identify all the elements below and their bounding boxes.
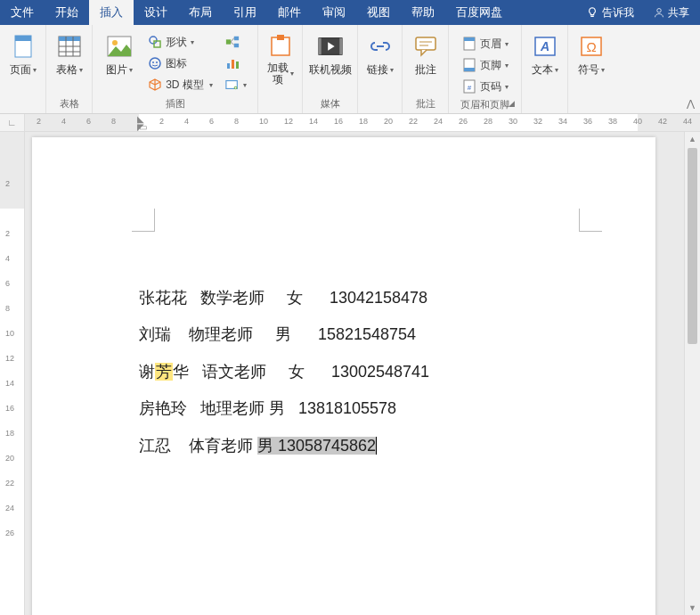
svg-rect-17 [234, 37, 239, 40]
screenshot-icon [225, 78, 240, 92]
group-text: A 文本▾ [522, 25, 568, 113]
group-pages: 页面▾ [0, 25, 46, 113]
picture-icon [107, 34, 132, 59]
doc-line[interactable]: 房艳玲 地理老师 男 13818105578 [139, 390, 575, 427]
svg-rect-16 [226, 39, 231, 44]
smartart-button[interactable] [222, 32, 250, 52]
textbox-button[interactable]: A 文本▾ [525, 29, 565, 78]
video-icon [318, 34, 343, 59]
tab-insert[interactable]: 插入 [89, 0, 134, 25]
workspace: 22468101214161820222426 张花花 数学老师 女 13042… [0, 132, 700, 615]
page[interactable]: 张花花 数学老师 女 13042158478刘瑞 物理老师 男 15821548… [32, 137, 655, 615]
chart-button[interactable] [222, 53, 250, 73]
picture-button[interactable]: 图片▾ [100, 29, 139, 78]
doc-line[interactable]: 江忍 体育老师 男 13058745862 [139, 428, 575, 464]
cover-page-button[interactable]: 页面▾ [4, 29, 43, 78]
tab-review[interactable]: 审阅 [312, 0, 356, 25]
scroll-up-button[interactable]: ▲ [685, 132, 700, 146]
table-button[interactable]: 表格▾ [50, 29, 89, 78]
svg-text:Ω: Ω [586, 39, 596, 54]
scroll-down-button[interactable]: ▼ [685, 601, 700, 615]
svg-rect-21 [227, 63, 230, 69]
tab-design[interactable]: 设计 [134, 0, 178, 25]
svg-rect-30 [318, 38, 321, 55]
svg-point-0 [657, 9, 662, 13]
group-illustrations: 图片▾ 形状▾ 图标 3D 模型▾ [93, 25, 258, 113]
group-tables: 表格▾ 表格 [46, 25, 93, 113]
tell-me-button[interactable]: 告诉我 [577, 0, 643, 25]
svg-rect-38 [464, 68, 475, 71]
ruler-vertical[interactable]: 22468101214161820222426 [0, 132, 25, 615]
header-footer-launcher[interactable]: ◢ [505, 97, 517, 110]
svg-rect-4 [59, 37, 80, 41]
omega-icon: Ω [579, 34, 604, 59]
3d-models-button[interactable]: 3D 模型▾ [144, 75, 216, 94]
ruler-horizontal-row: ∟ 86422468101214161820222426283032343638… [0, 114, 700, 132]
comment-icon [413, 34, 438, 59]
addins-button[interactable]: 加载 项▾ [261, 29, 300, 86]
lightbulb-icon [586, 6, 598, 19]
svg-rect-31 [339, 38, 342, 55]
icons-button[interactable]: 图标 [144, 53, 216, 73]
svg-line-20 [231, 42, 234, 45]
svg-point-13 [150, 58, 160, 69]
addin-icon [268, 34, 293, 59]
ruler-horizontal[interactable]: 8642246810121416182022242628303234363840… [25, 114, 700, 131]
footer-button[interactable]: 页脚▾ [459, 55, 512, 75]
group-addins: 加载 项▾ [258, 25, 303, 113]
svg-rect-18 [234, 44, 239, 47]
page-number-button[interactable]: # 页码▾ [459, 77, 512, 96]
share-button[interactable]: 共享 [643, 0, 700, 25]
symbol-button[interactable]: Ω 符号▾ [572, 29, 611, 78]
table-icon [57, 34, 82, 59]
svg-rect-2 [15, 36, 31, 41]
pagenum-icon: # [462, 79, 476, 94]
svg-text:A: A [539, 39, 549, 53]
doc-line[interactable]: 张花花 数学老师 女 13042158478 [139, 280, 575, 316]
document-canvas[interactable]: 张花花 数学老师 女 13042158478刘瑞 物理老师 男 15821548… [25, 132, 684, 615]
svg-point-14 [152, 62, 154, 63]
screenshot-button[interactable]: ▾ [222, 75, 250, 94]
indent-marker[interactable]: ▭ [139, 122, 147, 131]
doc-line[interactable]: 刘瑞 物理老师 男 15821548754 [139, 316, 575, 353]
smartart-icon [225, 35, 240, 49]
ribbon: 页面▾ 表格▾ 表格 图片▾ [0, 25, 700, 114]
share-label: 共享 [668, 5, 689, 20]
tab-file[interactable]: 文件 [0, 0, 45, 25]
vertical-scrollbar[interactable]: ▲ ▼ [684, 132, 700, 615]
svg-rect-32 [416, 37, 435, 50]
margin-corner-tr [579, 209, 602, 232]
svg-point-15 [156, 62, 158, 63]
doc-line[interactable]: 谢芳华 语文老师 女 13002548741 [139, 354, 575, 390]
textbox-icon: A [533, 34, 558, 59]
group-links: 链接▾ [358, 25, 403, 113]
person-icon [654, 7, 664, 18]
header-button[interactable]: 页眉▾ [459, 34, 512, 53]
menu-bar: 文件 开始 插入 设计 布局 引用 邮件 审阅 视图 帮助 百度网盘 告诉我 共… [0, 0, 700, 25]
margin-corner-tl [132, 209, 155, 232]
link-button[interactable]: 链接▾ [361, 29, 400, 78]
ruler-corner: ∟ [0, 114, 25, 131]
sticker-icon [148, 56, 162, 70]
svg-rect-36 [464, 37, 475, 41]
shapes-icon [148, 35, 162, 49]
shapes-button[interactable]: 形状▾ [144, 32, 216, 52]
tab-help[interactable]: 帮助 [401, 0, 445, 25]
document-content[interactable]: 张花花 数学老师 女 13042158478刘瑞 物理老师 男 15821548… [139, 280, 575, 464]
svg-rect-22 [232, 60, 234, 69]
tell-me-label: 告诉我 [602, 5, 634, 20]
page-icon [11, 34, 36, 59]
online-video-button[interactable]: 联机视频 [306, 29, 354, 78]
tab-view[interactable]: 视图 [356, 0, 401, 25]
group-comments: 批注 批注 [403, 25, 449, 113]
svg-line-19 [231, 38, 234, 42]
tab-home[interactable]: 开始 [45, 0, 89, 25]
tab-layout[interactable]: 布局 [178, 0, 223, 25]
tab-references[interactable]: 引用 [223, 0, 267, 25]
collapse-ribbon-button[interactable]: ⋀ [687, 98, 695, 110]
cube-icon [148, 78, 162, 92]
tab-baidu[interactable]: 百度网盘 [445, 0, 513, 25]
tab-mailings[interactable]: 邮件 [267, 0, 312, 25]
scroll-thumb[interactable] [688, 148, 697, 344]
comment-button[interactable]: 批注 [406, 29, 445, 78]
